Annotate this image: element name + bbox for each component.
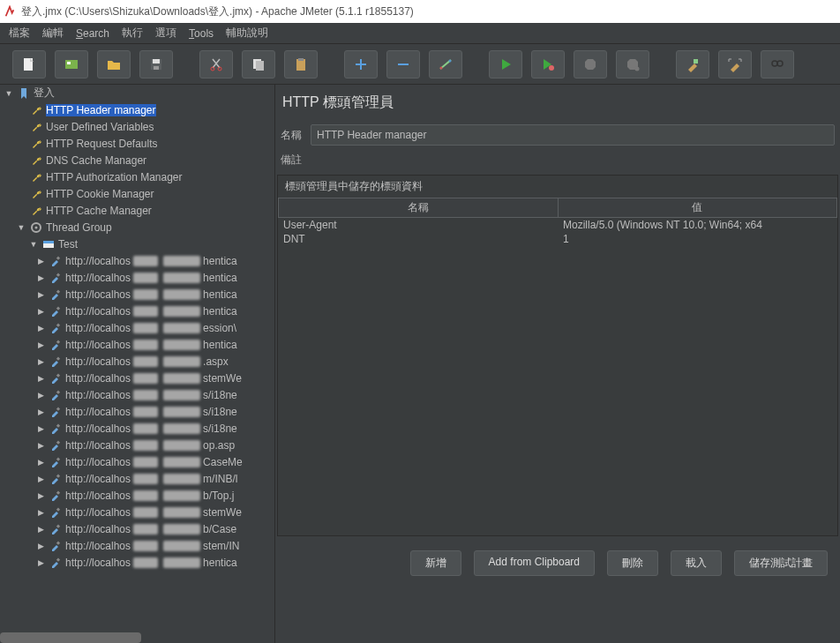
tree-sampler-item[interactable]: ▶http://localhoss/i18ne	[0, 403, 274, 420]
tree-config-item[interactable]: DNS Cache Manager	[0, 152, 274, 168]
menu-help[interactable]: 輔助說明	[226, 26, 268, 41]
tree-sampler-item[interactable]: ▶http://localhosb/Case	[0, 520, 274, 537]
load-button[interactable]: 載入	[671, 550, 722, 576]
name-input[interactable]	[311, 124, 835, 146]
save-button[interactable]	[139, 50, 173, 79]
tree-sampler-item[interactable]: ▶http://localhoshentica	[0, 252, 274, 269]
toggle-icon[interactable]: ▶	[35, 424, 46, 433]
start-no-pause-button[interactable]	[531, 50, 565, 79]
tree-config-item[interactable]: HTTP Request Defaults	[0, 135, 274, 152]
tree-sampler-item[interactable]: ▶http://localhosstem/IN	[0, 537, 274, 554]
delete-button[interactable]: 刪除	[607, 550, 658, 576]
tree-config-item[interactable]: User Defined Variables	[0, 118, 274, 135]
tree-sampler-item[interactable]: ▶http://localhoshentica	[0, 286, 274, 303]
toggle-icon[interactable]: ▶	[35, 458, 46, 467]
open-button[interactable]	[97, 50, 131, 79]
search-button[interactable]	[761, 50, 794, 79]
menu-options[interactable]: 選項	[155, 26, 176, 41]
toggle-icon[interactable]: ▶	[35, 257, 46, 265]
cell-name[interactable]: User-Agent	[278, 218, 558, 232]
toolbar	[0, 44, 840, 85]
tree-sampler-item[interactable]: ▶http://localhosm/INB/l	[0, 470, 274, 487]
svg-rect-35	[56, 457, 60, 460]
cut-button[interactable]	[199, 50, 233, 79]
tree-panel[interactable]: ▼ 登入 HTTP Header managerUser Defined Var…	[0, 85, 275, 643]
toggle-icon[interactable]: ▼	[4, 89, 14, 98]
clear-all-button[interactable]	[718, 50, 752, 79]
menu-tools[interactable]: Tools	[189, 27, 214, 40]
toggle-icon[interactable]: ▼	[16, 223, 26, 232]
menu-file[interactable]: 檔案	[9, 26, 30, 41]
start-button[interactable]	[489, 50, 522, 79]
tree-config-item[interactable]: HTTP Header manager	[0, 101, 274, 118]
collapse-button[interactable]	[386, 50, 420, 79]
menu-run[interactable]: 執行	[122, 26, 143, 41]
tree-thread-group[interactable]: ▼ Thread Group	[0, 219, 274, 236]
toggle-icon[interactable]: ▶	[35, 441, 46, 450]
tree-sampler-item[interactable]: ▶http://localhosop.asp	[0, 437, 274, 453]
toggle-icon[interactable]: ▶	[35, 407, 46, 416]
menu-search[interactable]: Search	[76, 27, 109, 40]
toggle-icon[interactable]: ▶	[35, 542, 46, 550]
save-plan-button[interactable]: 儲存測試計畫	[734, 550, 828, 576]
table-row[interactable]: User-AgentMozilla/5.0 (Windows NT 10.0; …	[278, 218, 837, 232]
toggle-icon[interactable]: ▶	[35, 391, 46, 400]
copy-button[interactable]	[242, 50, 275, 79]
expand-button[interactable]	[344, 50, 378, 79]
toggle-icon[interactable]: ▶	[35, 374, 46, 383]
shutdown-button[interactable]	[616, 50, 649, 79]
horizontal-scrollbar[interactable]	[0, 632, 141, 643]
toggle-icon[interactable]: ▶	[35, 491, 46, 500]
col-value[interactable]: 值	[559, 198, 837, 217]
tree-sampler-item[interactable]: ▶http://localhoss/i18ne	[0, 420, 274, 437]
tree-sampler-item[interactable]: ▶http://localhosstemWe	[0, 370, 274, 386]
sampler-label: http://localhosb/Case	[65, 523, 236, 535]
tree-sampler-item[interactable]: ▶http://localhosb/Top.j	[0, 487, 274, 504]
table-body[interactable]: User-AgentMozilla/5.0 (Windows NT 10.0; …	[278, 218, 837, 535]
svg-rect-5	[154, 66, 159, 70]
clear-button[interactable]	[676, 50, 709, 79]
toggle-icon[interactable]: ▶	[35, 508, 46, 517]
tree-sampler-item[interactable]: ▶http://localhosession\	[0, 319, 274, 336]
toggle-icon[interactable]: ▶	[35, 525, 46, 534]
toggle-button[interactable]	[429, 50, 462, 79]
cell-name[interactable]: DNT	[278, 232, 558, 246]
tree-sampler-item[interactable]: ▶http://localhoshentica	[0, 269, 274, 286]
tree-config-item[interactable]: HTTP Cookie Manager	[0, 185, 274, 202]
add-clipboard-button[interactable]: Add from Clipboard	[474, 550, 595, 576]
paste-button[interactable]	[284, 50, 318, 79]
add-button[interactable]: 新增	[410, 550, 461, 576]
table-row[interactable]: DNT1	[278, 232, 837, 246]
toggle-icon[interactable]: ▶	[35, 475, 46, 483]
toggle-icon[interactable]: ▶	[35, 307, 46, 316]
tree-controller[interactable]: ▼ Test	[0, 236, 274, 252]
tree-sampler-item[interactable]: ▶http://localhosCaseMe	[0, 453, 274, 470]
toggle-icon[interactable]: ▶	[35, 340, 46, 349]
tree-config-item[interactable]: HTTP Cache Manager	[0, 202, 274, 219]
templates-button[interactable]	[55, 50, 88, 79]
toggle-icon[interactable]: ▶	[35, 273, 46, 282]
toggle-icon[interactable]: ▼	[28, 240, 39, 249]
sampler-icon	[49, 422, 63, 436]
cell-value[interactable]: Mozilla/5.0 (Windows NT 10.0; Win64; x64	[558, 218, 837, 232]
tree-sampler-item[interactable]: ▶http://localhoss/i18ne	[0, 386, 274, 403]
tree-root[interactable]: ▼ 登入	[0, 85, 274, 101]
tree-sampler-item[interactable]: ▶http://localhoshentica	[0, 336, 274, 353]
svg-rect-28	[56, 340, 60, 343]
stop-button[interactable]	[574, 50, 607, 79]
tree-sampler-item[interactable]: ▶http://localhoshentica	[0, 554, 274, 571]
toggle-icon[interactable]: ▶	[35, 290, 46, 299]
toggle-icon[interactable]: ▶	[35, 357, 46, 366]
cell-value[interactable]: 1	[558, 232, 837, 246]
tree-sampler-item[interactable]: ▶http://localhosstemWe	[0, 504, 274, 520]
tree-config-item[interactable]: HTTP Authorization Manager	[0, 168, 274, 185]
toggle-icon[interactable]: ▶	[35, 558, 46, 567]
tree-item-label: HTTP Authorization Manager	[46, 171, 183, 183]
tree-sampler-item[interactable]: ▶http://localhoshentica	[0, 303, 274, 319]
menu-edit[interactable]: 編輯	[42, 26, 64, 41]
col-name[interactable]: 名稱	[279, 198, 559, 217]
new-button[interactable]	[12, 50, 46, 79]
controller-icon	[41, 237, 56, 251]
tree-sampler-item[interactable]: ▶http://localhos.aspx	[0, 353, 274, 370]
toggle-icon[interactable]: ▶	[35, 324, 46, 333]
